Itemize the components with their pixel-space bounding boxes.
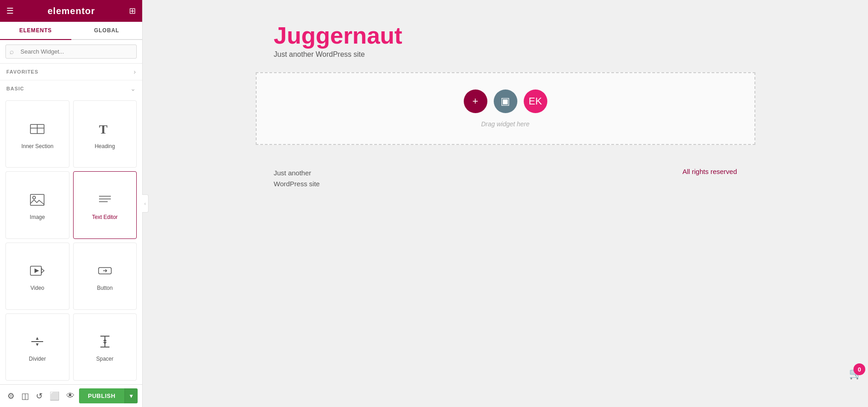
search-bar	[0, 40, 142, 64]
svg-marker-21	[103, 339, 107, 341]
search-input[interactable]	[5, 45, 137, 59]
heading-label: Heading	[94, 143, 115, 149]
tab-global[interactable]: GLOBAL	[71, 22, 143, 39]
basic-section-header[interactable]: BASIC ⌄	[0, 80, 142, 97]
hamburger-icon[interactable]: ☰	[6, 6, 14, 16]
sidebar-header: ☰ elementor ⊞	[0, 0, 142, 22]
svg-point-6	[33, 196, 35, 199]
spacer-icon	[97, 333, 113, 352]
widget-inner-section[interactable]: Inner Section	[5, 100, 69, 168]
template-button[interactable]: ▣	[494, 89, 517, 113]
svg-marker-16	[36, 337, 39, 340]
grid-icon[interactable]: ⊞	[129, 6, 136, 16]
tab-elements[interactable]: ELEMENTS	[0, 22, 71, 40]
button-label: Button	[97, 285, 113, 291]
inner-section-icon	[29, 121, 45, 139]
widget-spacer[interactable]: Spacer	[73, 313, 137, 381]
svg-marker-22	[103, 342, 107, 344]
spacer-label: Spacer	[96, 356, 114, 362]
widget-image[interactable]: Image	[5, 171, 69, 238]
svg-text:T: T	[99, 122, 108, 136]
widgets-grid: Inner Section T Heading Image	[0, 97, 142, 384]
widget-button[interactable]: Button	[73, 243, 137, 310]
button-icon	[97, 263, 113, 281]
collapse-handle[interactable]: ‹	[142, 194, 149, 213]
publish-btn-group: PUBLISH ▼	[79, 388, 138, 403]
svg-marker-17	[36, 343, 39, 346]
elementor-kit-button[interactable]: EK	[524, 89, 547, 113]
footer-left: Just another WordPress site	[274, 168, 320, 189]
text-editor-label: Text Editor	[92, 214, 118, 220]
site-tagline: Just another WordPress site	[274, 50, 737, 59]
video-icon	[29, 263, 45, 281]
drop-zone[interactable]: + ▣ EK Drag widget here	[256, 72, 755, 145]
add-section-button[interactable]: +	[464, 89, 487, 113]
image-icon	[29, 192, 45, 210]
sidebar: ☰ elementor ⊞ ELEMENTS GLOBAL FAVORITES …	[0, 0, 143, 407]
svg-marker-11	[41, 268, 44, 273]
canvas-inner: Juggernaut Just another WordPress site +…	[256, 0, 755, 230]
widget-divider[interactable]: Divider	[5, 313, 69, 381]
responsive-icon[interactable]: ⬜	[47, 388, 62, 404]
drop-zone-buttons: + ▣ EK	[464, 89, 547, 113]
svg-rect-5	[30, 194, 44, 205]
preview-icon[interactable]: 👁	[64, 388, 77, 403]
divider-label: Divider	[29, 356, 46, 362]
heading-icon: T	[97, 121, 113, 139]
widget-heading[interactable]: T Heading	[73, 100, 137, 168]
widget-video[interactable]: Video	[5, 243, 69, 310]
text-editor-icon	[97, 192, 113, 210]
footer-right: All rights reserved	[682, 168, 737, 175]
widget-text-editor[interactable]: Text Editor	[73, 171, 137, 238]
footer-left-line2: WordPress site	[274, 179, 320, 189]
site-footer: Just another WordPress site All rights r…	[256, 154, 755, 203]
favorites-section[interactable]: FAVORITES ›	[0, 64, 142, 80]
layers-icon[interactable]: ◫	[19, 388, 32, 404]
settings-icon[interactable]: ⚙	[5, 388, 17, 404]
cart-badge[interactable]: 🛒 0	[849, 367, 863, 380]
inner-section-label: Inner Section	[21, 143, 54, 149]
chevron-down-icon: ⌄	[130, 85, 136, 92]
video-label: Video	[30, 285, 44, 291]
cart-count: 0	[853, 363, 865, 375]
publish-arrow-button[interactable]: ▼	[124, 388, 138, 403]
main-canvas: Juggernaut Just another WordPress site +…	[143, 0, 868, 407]
publish-button[interactable]: PUBLISH	[79, 388, 125, 403]
image-label: Image	[30, 214, 45, 220]
history-icon[interactable]: ↺	[33, 388, 45, 404]
sidebar-tabs: ELEMENTS GLOBAL	[0, 22, 142, 40]
drag-widget-text: Drag widget here	[481, 120, 530, 128]
chevron-right-icon: ›	[134, 68, 136, 75]
favorites-label: FAVORITES	[6, 69, 39, 74]
site-header: Juggernaut Just another WordPress site	[256, 14, 755, 72]
elementor-logo: elementor	[48, 6, 95, 16]
sidebar-footer: ⚙ ◫ ↺ ⬜ 👁 PUBLISH ▼	[0, 384, 142, 407]
footer-left-line1: Just another	[274, 168, 320, 179]
svg-marker-12	[35, 268, 39, 273]
divider-icon	[29, 333, 45, 352]
site-title: Juggernaut	[274, 23, 737, 49]
basic-label: BASIC	[6, 86, 24, 91]
